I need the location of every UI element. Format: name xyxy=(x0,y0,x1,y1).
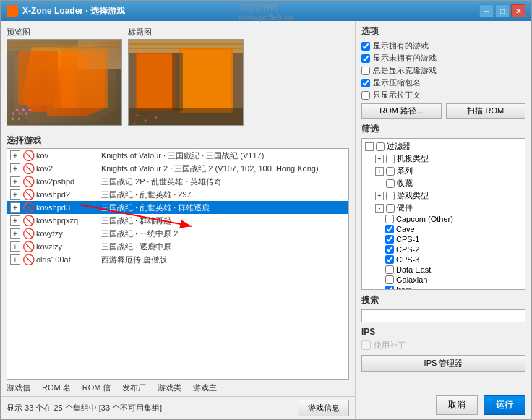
svg-rect-24 xyxy=(129,108,243,125)
info-section: 游戏信 ROM 名 ROM 信 发布厂 游戏类 游戏主 xyxy=(1,380,355,396)
tree-item-cps1[interactable]: CPS-1 xyxy=(384,234,523,244)
option-row-2[interactable]: 总是显示克隆游戏 xyxy=(361,65,525,76)
tree-item-board[interactable]: + 机板类型 xyxy=(374,153,523,165)
tree-check-dataeast[interactable] xyxy=(385,265,394,274)
option-row-0[interactable]: 显示拥有的游戏 xyxy=(361,40,525,51)
ips-section: IPS 使用补丁 IPS 管理器 xyxy=(361,327,525,372)
tree-item-gametype[interactable]: + 游戏类型 xyxy=(374,189,523,202)
tree-check-cps3[interactable] xyxy=(385,255,394,264)
option-row-4[interactable]: 只显示拉丁文 xyxy=(361,90,525,100)
info-label-6: 游戏主 xyxy=(193,382,217,393)
options-title: 选项 xyxy=(361,25,525,38)
tree-check-favorites[interactable] xyxy=(386,179,395,188)
tree-expand-hardware[interactable]: - xyxy=(375,204,384,213)
tree-item-cps2[interactable]: CPS-2 xyxy=(384,244,523,254)
tree-item-filter[interactable]: - 过滤器 xyxy=(364,140,523,153)
tree-check-cps1[interactable] xyxy=(385,235,394,244)
left-panel: 预览图 xyxy=(1,21,355,419)
tree-item-series[interactable]: + 系列 xyxy=(374,165,523,177)
tree-item-cave[interactable]: Cave xyxy=(384,224,523,234)
tree-expand-board[interactable]: + xyxy=(375,155,384,163)
minimize-button[interactable]: ─ xyxy=(479,4,494,17)
expand-kovshpqxzq[interactable]: + xyxy=(10,215,20,226)
tree-item-galaxian[interactable]: Galaxian xyxy=(384,275,523,285)
maximize-button[interactable]: □ xyxy=(495,4,510,17)
game-row-kovshpd2[interactable]: + 🚫 kovshpd2 三国战纪 · 乱世英雄 · 297 xyxy=(7,188,348,201)
tree-check-hardware[interactable] xyxy=(386,204,395,213)
cancel-button[interactable]: 取消 xyxy=(436,395,478,415)
preview-label-2: 标题图 xyxy=(128,27,244,38)
option-row-1[interactable]: 显示未拥有的游戏 xyxy=(361,53,525,64)
tree-expand-gametype[interactable]: + xyxy=(375,192,384,200)
window-title: X-Zone Loader · 选择游戏 xyxy=(22,5,479,17)
expand-kov2[interactable]: + xyxy=(10,163,20,173)
tree-check-galaxian[interactable] xyxy=(385,275,394,284)
game-row-kov2pshpd[interactable]: + 🚫 kov2pshpd 三国战记 2P · 乱世英雄 · 英雄传奇 xyxy=(7,175,348,188)
bottom-bar: 显示 33 个在 25 个集组中 [33 个不可用集组] 游戏信息 xyxy=(1,396,355,419)
expand-kovshpd3[interactable]: + xyxy=(10,202,20,213)
tree-check-gametype[interactable] xyxy=(386,192,395,200)
tree-check-filter[interactable] xyxy=(376,142,385,151)
filter-section: 筛选 - 过滤器 + 机板类型 + xyxy=(361,123,525,290)
option-row-3[interactable]: 显示压缩包名 xyxy=(361,77,525,88)
expand-kov[interactable]: + xyxy=(10,150,20,160)
game-row-kovshpd3[interactable]: + 🚫 kovshpd3 三国战纪 · 乱世英雄 · 群雄逐鹿 xyxy=(7,201,348,214)
option-label-0: 显示拥有的游戏 xyxy=(373,40,429,51)
game-row-kovzlzy[interactable]: + 🚫 kovzlzy 三国战纪 · 逐鹿中原 xyxy=(7,240,348,253)
run-button[interactable]: 运行 xyxy=(484,395,525,415)
tree-item-hardware[interactable]: - 硬件 xyxy=(374,202,523,214)
bottom-buttons: 取消 运行 xyxy=(361,395,525,415)
game-list[interactable]: + 🚫 kov Knights of Valour · 三国戲記 · 三国战纪 … xyxy=(7,148,349,380)
tree-expand-series[interactable]: + xyxy=(375,167,384,176)
tree-item-dataeast[interactable]: Data East xyxy=(384,265,523,275)
filter-tree[interactable]: - 过滤器 + 机板类型 + 系列 xyxy=(361,138,525,290)
expand-kovzlzy[interactable]: + xyxy=(10,241,20,252)
tree-item-cps3[interactable]: CPS-3 xyxy=(384,254,523,265)
search-input[interactable] xyxy=(361,309,525,322)
game-info-button[interactable]: 游戏信息 xyxy=(299,400,349,416)
tree-check-cps2[interactable] xyxy=(385,245,394,254)
option-check-2[interactable] xyxy=(361,67,370,75)
ips-manage-button[interactable]: IPS 管理器 xyxy=(361,355,525,372)
tree-label-cps1: CPS-1 xyxy=(396,235,419,244)
ips-use-patch-check[interactable] xyxy=(361,340,371,350)
search-section: 搜索 xyxy=(361,294,525,322)
svg-text:✦ ✦ ✦: ✦ ✦ ✦ xyxy=(14,107,33,113)
tree-item-favorites[interactable]: 收藏 xyxy=(374,177,523,189)
game-row-kov2[interactable]: + 🚫 kov2 Knights of Valour 2 · 三国战纪 2 (V… xyxy=(7,162,348,175)
tree-label-capcom: Capcom (Other) xyxy=(396,215,453,223)
game-id-kovshpd3: kovshpd3 xyxy=(36,203,101,212)
scan-rom-button[interactable]: 扫描 ROM xyxy=(446,103,526,119)
tree-check-cave[interactable] xyxy=(385,225,394,233)
tree-check-capcom[interactable] xyxy=(385,215,394,223)
block-icon-kovzlzy: 🚫 xyxy=(23,241,33,252)
tree-item-irem[interactable]: Irem xyxy=(384,285,523,290)
option-check-4[interactable] xyxy=(361,91,370,100)
tree-check-irem[interactable] xyxy=(385,286,394,290)
tree-check-series[interactable] xyxy=(386,167,395,176)
game-row-olds100at[interactable]: + 🚫 olds100at 西游释厄传 唐僧版 xyxy=(7,253,348,266)
tree-check-board[interactable] xyxy=(386,155,395,163)
preview-area: 预览图 xyxy=(1,21,355,132)
game-row-kovytzy[interactable]: + 🚫 kovytzy 三国战纪 · 一统中原 2 xyxy=(7,227,348,240)
block-icon-kov: 🚫 xyxy=(23,150,33,160)
ips-use-patch-row[interactable]: 使用补丁 xyxy=(361,340,525,351)
search-title: 搜索 xyxy=(361,294,525,307)
main-window: X-Zone Loader · 选择游戏 河东软件网www.pc3e9.cn ─… xyxy=(0,0,532,420)
tree-item-capcom[interactable]: Capcom (Other) xyxy=(384,214,523,224)
expand-kov2pshpd[interactable]: + xyxy=(10,176,20,187)
right-panel: 选项 显示拥有的游戏 显示未拥有的游戏 总是显示克隆游戏 显示压缩包名 xyxy=(355,21,531,419)
expand-kovshpd2[interactable]: + xyxy=(10,189,20,200)
expand-olds100at[interactable]: + xyxy=(10,254,20,265)
close-button[interactable]: ✕ xyxy=(511,4,525,17)
option-check-1[interactable] xyxy=(361,54,370,63)
block-icon-olds100at: 🚫 xyxy=(23,254,33,265)
option-check-0[interactable] xyxy=(361,42,370,51)
rom-path-button[interactable]: ROM 路径... xyxy=(361,103,442,119)
game-row-kovshpqxzq[interactable]: + 🚫 kovshpqxzq 三国战纪 · 群雄再起 xyxy=(7,214,348,227)
tree-expand-filter[interactable]: - xyxy=(365,142,374,151)
option-check-3[interactable] xyxy=(361,79,370,87)
game-artwork-1: ✦ ✦ ✦ ✦ ✦ xyxy=(7,40,121,125)
expand-kovytzy[interactable]: + xyxy=(10,228,20,239)
game-row-kov[interactable]: + 🚫 kov Knights of Valour · 三国戲記 · 三国战纪 … xyxy=(7,149,348,162)
